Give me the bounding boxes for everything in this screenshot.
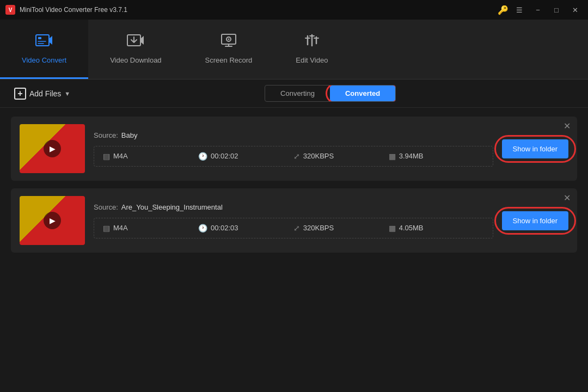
svg-point-5 xyxy=(228,39,229,40)
nav-label-video-convert: Video Convert xyxy=(22,56,66,64)
duration-item-1: 🕐 00:02:02 xyxy=(198,152,293,161)
video-convert-icon xyxy=(35,33,53,52)
size-item-1: ▦ 3.94MB xyxy=(389,152,484,161)
bitrate-item-2: ⤢ 320KBPS xyxy=(293,224,389,232)
title-bar: V MiniTool Video Converter Free v3.7.1 🔑… xyxy=(0,0,588,20)
format-value-2: M4A xyxy=(113,224,128,232)
file-details-2: ▤ M4A 🕐 00:02:03 ⤢ 320KBPS ▦ 4.05MB xyxy=(94,218,493,238)
close-card-button-1[interactable]: ✕ xyxy=(564,122,571,131)
show-folder-button-2[interactable]: Show in folder xyxy=(502,211,568,230)
file-info-1: Source: Baby ▤ M4A 🕐 00:02:02 ⤢ 320KBPS … xyxy=(94,131,493,167)
file-thumbnail-1: ▶ xyxy=(20,124,85,173)
format-item-1: ▤ M4A xyxy=(103,152,198,161)
tab-group: Converting Converted xyxy=(265,85,396,102)
bitrate-item-1: ⤢ 320KBPS xyxy=(293,152,389,161)
format-item-2: ▤ M4A xyxy=(103,224,198,232)
play-button-1[interactable]: ▶ xyxy=(44,140,61,157)
tab-converted[interactable]: Converted xyxy=(330,85,395,101)
source-label-2: Source: xyxy=(94,203,118,211)
add-files-icon: + xyxy=(14,88,26,100)
bitrate-icon-2: ⤢ xyxy=(293,224,300,232)
minimize-button[interactable]: − xyxy=(530,4,546,16)
svg-rect-0 xyxy=(36,35,49,46)
format-icon-2: ▤ xyxy=(103,224,110,232)
nav-item-video-download[interactable]: Video Download xyxy=(88,20,183,79)
file-source-row-2: Source: Are_You_Sleeping_Instrumental xyxy=(94,203,493,211)
title-bar-right: 🔑 ☰ − □ ✕ xyxy=(498,4,583,16)
nav-bar: Video Convert Video Download Screen Reco… xyxy=(0,20,588,79)
hamburger-button[interactable]: ☰ xyxy=(512,4,527,16)
size-icon-1: ▦ xyxy=(389,152,396,161)
add-files-label: Add Files xyxy=(29,89,61,98)
duration-value-1: 00:02:02 xyxy=(211,152,238,160)
toolbar: + Add Files ▼ Converting Converted xyxy=(0,79,588,108)
dropdown-arrow-icon: ▼ xyxy=(64,90,70,97)
file-card-2: ▶ Source: Are_You_Sleeping_Instrumental … xyxy=(11,188,577,253)
app-title: MiniTool Video Converter Free v3.7.1 xyxy=(20,6,127,14)
play-button-2[interactable]: ▶ xyxy=(44,212,61,229)
size-value-2: 4.05MB xyxy=(399,224,424,232)
nav-item-edit-video[interactable]: Edit Video xyxy=(274,20,350,79)
source-label-1: Source: xyxy=(94,131,118,139)
maximize-button[interactable]: □ xyxy=(549,4,564,16)
nav-item-screen-record[interactable]: Screen Record xyxy=(183,20,274,79)
nav-label-edit-video: Edit Video xyxy=(296,56,328,64)
format-icon-1: ▤ xyxy=(103,152,110,161)
add-files-button[interactable]: + Add Files ▼ xyxy=(9,84,76,103)
app-logo: V xyxy=(5,5,15,15)
size-item-2: ▦ 4.05MB xyxy=(389,224,484,232)
source-name-1: Baby xyxy=(121,131,138,139)
nav-label-video-download: Video Download xyxy=(110,56,161,64)
screen-record-icon xyxy=(220,33,237,52)
file-info-2: Source: Are_You_Sleeping_Instrumental ▤ … xyxy=(94,203,493,238)
key-icon: 🔑 xyxy=(498,5,509,15)
file-source-row-1: Source: Baby xyxy=(94,131,493,139)
tab-converting[interactable]: Converting xyxy=(265,85,330,101)
file-thumbnail-2: ▶ xyxy=(20,196,85,245)
edit-video-icon xyxy=(303,33,321,52)
size-icon-2: ▦ xyxy=(389,224,396,232)
bitrate-value-1: 320KBPS xyxy=(303,152,334,160)
bitrate-icon-1: ⤢ xyxy=(293,152,300,161)
content-area: ▶ Source: Baby ▤ M4A 🕐 00:02:02 ⤢ 320KBP… xyxy=(0,108,588,261)
title-bar-left: V MiniTool Video Converter Free v3.7.1 xyxy=(5,5,127,15)
video-download-icon xyxy=(127,33,144,52)
nav-label-screen-record: Screen Record xyxy=(205,56,253,64)
bitrate-value-2: 320KBPS xyxy=(303,224,334,232)
file-details-1: ▤ M4A 🕐 00:02:02 ⤢ 320KBPS ▦ 3.94MB xyxy=(94,146,493,167)
clock-icon-1: 🕐 xyxy=(198,152,207,161)
format-value-1: M4A xyxy=(113,152,128,160)
size-value-1: 3.94MB xyxy=(399,152,424,160)
file-card-1: ▶ Source: Baby ▤ M4A 🕐 00:02:02 ⤢ 320KBP… xyxy=(11,117,577,181)
svg-rect-1 xyxy=(38,37,41,39)
nav-item-video-convert[interactable]: Video Convert xyxy=(0,20,88,79)
close-button[interactable]: ✕ xyxy=(567,4,583,16)
duration-value-2: 00:02:03 xyxy=(211,224,238,232)
duration-item-2: 🕐 00:02:03 xyxy=(198,224,293,232)
source-name-2: Are_You_Sleeping_Instrumental xyxy=(121,203,223,211)
clock-icon-2: 🕐 xyxy=(198,224,207,232)
close-card-button-2[interactable]: ✕ xyxy=(564,194,571,203)
show-folder-button-1[interactable]: Show in folder xyxy=(502,139,568,158)
